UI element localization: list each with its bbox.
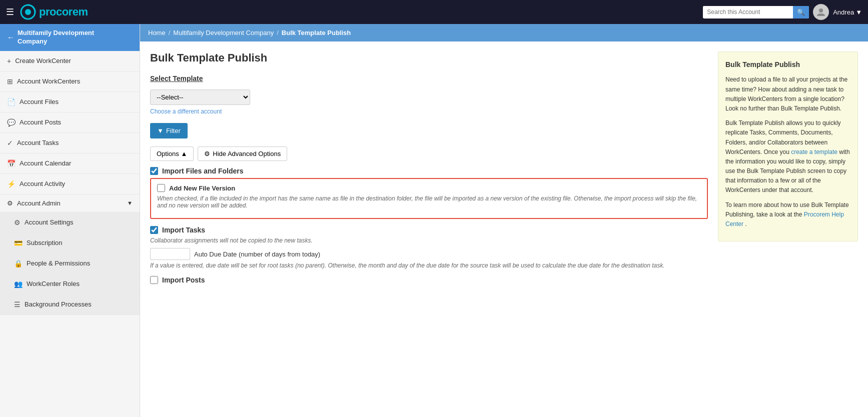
sidebar-item-label: Background Processes: [25, 300, 92, 308]
sidebar: ← Multifamily DevelopmentCompany + Creat…: [0, 24, 140, 417]
tasks-icon: ✓: [7, 139, 13, 147]
sidebar-item-account-settings[interactable]: ⚙ Account Settings: [0, 212, 140, 233]
chevron-down-icon: ▼: [127, 200, 133, 206]
help-p1: Need to upload a file to all your projec…: [725, 75, 850, 114]
sidebar-item-workcenter-roles[interactable]: 👥 WorkCenter Roles: [0, 274, 140, 294]
sidebar-item-label: Account Files: [20, 98, 59, 106]
select-template-label: Select Template: [150, 74, 708, 82]
sidebar-item-subscription[interactable]: 💳 Subscription: [0, 233, 140, 254]
sidebar-item-label: Account Tasks: [17, 139, 59, 146]
search-box: 🔍: [703, 6, 809, 18]
svg-point-2: [819, 8, 823, 12]
import-files-section: Import Files and Folders Add New File Ve…: [150, 167, 708, 219]
posts-icon: 💬: [7, 118, 16, 126]
search-input[interactable]: [703, 6, 793, 18]
sidebar-item-label: Account Settings: [25, 218, 74, 226]
sidebar-item-account-calendar[interactable]: 📅 Account Calendar: [0, 154, 140, 174]
auto-due-note: If a value is entered, due date will be …: [150, 262, 708, 269]
help-title: Bulk Template Publish: [725, 59, 850, 70]
template-select[interactable]: --Select--: [150, 90, 250, 105]
sidebar-submenu-admin: ⚙ Account Settings 💳 Subscription 🔒 Peop…: [0, 212, 140, 315]
filter-icon: ▼: [157, 127, 164, 134]
select-template-section: Select Template --Select-- Choose a diff…: [150, 74, 708, 115]
import-files-checkbox[interactable]: [150, 167, 158, 175]
help-create-template-link[interactable]: create a template: [791, 148, 837, 156]
import-tasks-section: Import Tasks Collaborator assignments wi…: [150, 226, 708, 269]
import-tasks-label: Import Tasks: [162, 226, 205, 234]
logo: procorem: [20, 4, 88, 20]
sidebar-section-label: Account Admin: [17, 200, 61, 207]
sidebar-item-label: Create WorkCenter: [15, 57, 71, 64]
import-posts-section: Import Posts: [150, 276, 708, 284]
sidebar-item-create-workcenter[interactable]: + Create WorkCenter: [0, 51, 140, 72]
import-files-row: Import Files and Folders: [150, 167, 708, 175]
sidebar-section-account-admin[interactable]: ⚙ Account Admin ▼: [0, 194, 140, 212]
plus-icon: +: [7, 57, 11, 65]
filter-button[interactable]: ▼ Filter: [150, 123, 188, 138]
breadcrumb-sep-2: /: [277, 29, 279, 36]
breadcrumb-company[interactable]: Multifamily Development Company: [173, 29, 274, 36]
import-tasks-checkbox[interactable]: [150, 226, 158, 234]
sidebar-item-account-files[interactable]: 📄 Account Files: [0, 92, 140, 112]
roles-icon: 👥: [14, 280, 23, 288]
sidebar-item-account-posts[interactable]: 💬 Account Posts: [0, 112, 140, 133]
breadcrumb-current: Bulk Template Publish: [282, 29, 351, 36]
breadcrumb-home[interactable]: Home: [148, 29, 166, 36]
sidebar-item-label: Account Calendar: [20, 160, 71, 167]
breadcrumb-sep-1: /: [169, 29, 171, 36]
hamburger-icon[interactable]: ☰: [6, 6, 14, 18]
sidebar-item-people-permissions[interactable]: 🔒 People & Permissions: [0, 254, 140, 274]
auto-due-row: Auto Due Date (number of days from today…: [150, 248, 708, 260]
content-main: Bulk Template Publish Select Template --…: [150, 52, 708, 407]
add-file-version-checkbox[interactable]: [157, 184, 165, 192]
add-file-version-label: Add New File Version: [169, 184, 235, 192]
sidebar-item-label: Account Posts: [20, 118, 61, 126]
import-tasks-note: Collaborator assignments will not be cop…: [150, 237, 708, 244]
subscription-icon: 💳: [14, 239, 23, 247]
settings-icon: ⚙: [14, 218, 21, 226]
choose-different-link[interactable]: Choose a different account: [150, 108, 708, 115]
add-file-version-row: Add New File Version: [157, 184, 701, 192]
help-sidebar: Bulk Template Publish Need to upload a f…: [718, 52, 858, 407]
lock-icon: 🔒: [14, 260, 23, 268]
import-posts-checkbox[interactable]: [150, 276, 158, 284]
import-posts-label: Import Posts: [162, 276, 205, 284]
svg-point-1: [25, 9, 31, 15]
content-area: Bulk Template Publish Select Template --…: [140, 42, 868, 417]
hide-advanced-button[interactable]: ⚙ Hide Advanced Options: [198, 146, 287, 161]
calendar-icon: 📅: [7, 160, 16, 168]
sidebar-back-btn[interactable]: ← Multifamily DevelopmentCompany: [0, 24, 140, 51]
logo-text: procorem: [39, 6, 88, 18]
sidebar-item-account-activity[interactable]: ⚡ Account Activity: [0, 174, 140, 194]
back-arrow-icon: ←: [7, 32, 15, 42]
sidebar-item-label: WorkCenter Roles: [27, 280, 80, 288]
sidebar-item-account-tasks[interactable]: ✓ Account Tasks: [0, 133, 140, 154]
sidebar-item-account-workcenters[interactable]: ⊞ Account WorkCenters: [0, 72, 140, 92]
sidebar-back-label: Multifamily DevelopmentCompany: [18, 29, 94, 46]
gear-icon: ⚙: [204, 150, 210, 158]
main-layout: ← Multifamily DevelopmentCompany + Creat…: [0, 24, 868, 417]
user-name[interactable]: Andrea ▼: [833, 8, 862, 16]
sidebar-item-background-processes[interactable]: ☰ Background Processes: [0, 294, 140, 315]
sidebar-item-label: People & Permissions: [27, 260, 90, 267]
add-file-version-note: When checked, if a file included in the …: [157, 195, 701, 209]
logo-icon: [20, 4, 36, 20]
search-button[interactable]: 🔍: [793, 6, 809, 18]
import-tasks-row: Import Tasks: [150, 226, 708, 234]
auto-due-label: Auto Due Date (number of days from today…: [194, 250, 320, 258]
options-bar: Options ▲ ⚙ Hide Advanced Options: [150, 146, 708, 161]
page-title: Bulk Template Publish: [150, 52, 708, 64]
auto-due-input[interactable]: [150, 248, 190, 260]
file-icon: 📄: [7, 98, 16, 106]
admin-icon: ⚙: [7, 200, 13, 207]
options-label: Options ▲: [157, 150, 187, 158]
import-posts-row: Import Posts: [150, 276, 708, 284]
processes-icon: ☰: [14, 300, 21, 308]
navbar: ☰ procorem 🔍 Andrea ▼: [0, 0, 868, 24]
activity-icon: ⚡: [7, 180, 16, 188]
help-p3: To learn more about how to use Bulk Temp…: [725, 200, 850, 230]
help-p2: Bulk Template Publish allows you to quic…: [725, 118, 850, 196]
breadcrumb: Home / Multifamily Development Company /…: [140, 24, 868, 42]
options-button[interactable]: Options ▲: [150, 146, 194, 161]
grid-icon: ⊞: [7, 78, 13, 86]
